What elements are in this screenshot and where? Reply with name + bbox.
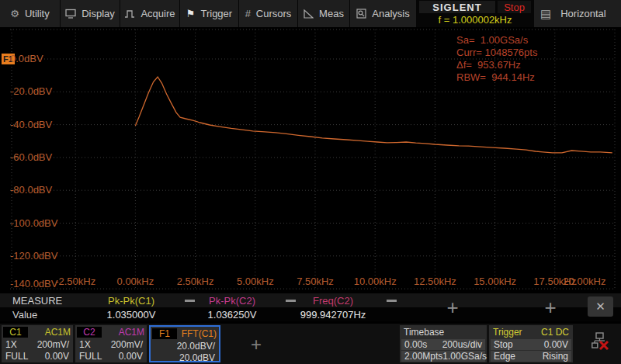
f1-badge: F1 [152, 328, 177, 339]
menu-cursors[interactable]: # Cursors [239, 0, 298, 27]
acquire-icon [124, 9, 135, 19]
menu-meas[interactable]: Meas [298, 0, 350, 27]
c2-atten: 1X [79, 339, 91, 350]
x-axis-label: 10.00kHz [354, 276, 397, 287]
y-axis-label: -80.0dBV [10, 184, 52, 196]
siglent-logo: SIGLENT [419, 1, 495, 13]
c1-badge: C1 [3, 327, 28, 338]
network-error-icon[interactable] [592, 332, 612, 352]
y-axis-label: -60.0dBV [10, 151, 52, 164]
c2-bandwidth: FULL [79, 351, 102, 362]
fft-info-curr: Curr= 1048576pts [456, 47, 537, 59]
y-axis-label: 0.0dBV [10, 53, 43, 65]
menu-horizontal[interactable]: ▤ Horizontal [534, 0, 621, 27]
add-measure-button[interactable]: + [539, 297, 562, 317]
trigger-source: C1 DC [541, 327, 569, 338]
measure-strip: MEASURE Value Pk-Pk(C1) 1.035000V Pk-Pk(… [0, 293, 621, 321]
x-axis-label: 7.50kHz [297, 276, 334, 287]
y-axis-label: -100.0dBV [10, 217, 57, 230]
c2-offset: 0.00V [119, 351, 143, 362]
c1-coupling: AC1M [45, 327, 71, 338]
ruler-icon [304, 9, 314, 19]
acquisition-status: Stop [498, 1, 531, 13]
f1-reflevel: 20.0dBV [179, 352, 215, 363]
y-axis-label: -20.0dBV [10, 85, 52, 98]
trigger-box[interactable]: Trigger C1 DC Stop0.00V EdgeRising [489, 325, 573, 362]
menu-analysis-label: Analysis [372, 8, 409, 19]
menu-trigger[interactable]: ⚑ Trigger [180, 0, 239, 27]
menu-analysis[interactable]: Analysis [350, 0, 417, 27]
menu-utility-label: Utility [25, 8, 50, 19]
x-axis-label: 15.00kHz [474, 276, 516, 287]
f1-mode: FFT(C1) [182, 328, 217, 339]
gear-icon: ⚙ [10, 8, 19, 19]
analysis-icon [356, 9, 366, 19]
fft-trace-canvas [0, 27, 621, 293]
menu-trigger-label: Trigger [200, 8, 232, 19]
close-icon[interactable]: ✕ [588, 296, 613, 317]
measure-value-pkpk-c1: 1.035000V [87, 309, 175, 321]
menu-display[interactable]: Display [61, 0, 120, 27]
trigger-title: Trigger [493, 327, 522, 338]
trigger-status: Stop [494, 339, 513, 350]
channel-box-f1[interactable]: F1 FFT(C1) 20.0dBV/ 20.0dBV [149, 325, 220, 362]
fft-info-rbw: RBW= 944.14Hz [456, 71, 535, 84]
timebase-delay: 0.00s [404, 339, 427, 350]
fft-info-sa: Sa= 1.00GSa/s [456, 34, 528, 47]
x-axis-label: 12.50kHz [414, 276, 456, 287]
c1-scale: 200mV/ [37, 339, 69, 350]
trigger-slope: Rising [543, 351, 568, 362]
measure-value-label: Value [12, 309, 37, 321]
timebase-scale: 200us/div [442, 339, 482, 350]
fft-info-df: Δf= 953.67Hz [456, 59, 521, 71]
c2-scale: 200mV/ [111, 339, 143, 350]
add-measure-button[interactable]: + [441, 297, 464, 317]
fft-graticule: F1 Sa= 1.00GSa/s Curr= 1048576pts Δf= 95… [0, 27, 621, 293]
menu-meas-label: Meas [319, 8, 344, 19]
timebase-samplerate: 1.00GSa/s [442, 351, 487, 362]
c1-atten: 1X [5, 339, 17, 350]
flag-icon: ⚑ [186, 8, 196, 19]
add-channel-button[interactable]: + [242, 333, 270, 356]
c2-coupling: AC1M [119, 327, 144, 338]
menu-horizontal-label: Horizontal [560, 8, 606, 19]
c1-offset: 0.00V [45, 351, 69, 362]
timebase-box[interactable]: Timebase 0.00s200us/div 2.00Mpts1.00GSa/… [400, 325, 487, 362]
trigger-level: 0.00V [544, 339, 568, 350]
measure-item-pkpk-c2[interactable]: Pk-Pk(C2) [188, 295, 276, 307]
timebase-memdepth: 2.00Mpts [404, 351, 442, 362]
x-axis-label: 2.50kHz [177, 276, 214, 287]
channel-box-c1[interactable]: C1 AC1M 1X200mV/ FULL0.00V [2, 325, 73, 362]
menu-display-label: Display [82, 8, 115, 19]
fft-trace [135, 77, 612, 153]
menu-utility[interactable]: ⚙ Utility [0, 0, 61, 27]
trigger-type: Edge [494, 351, 515, 362]
f1-scale: 20.0dBV/ [177, 341, 215, 352]
menu-acquire-label: Acquire [141, 8, 175, 19]
measure-item-pkpk-c1[interactable]: Pk-Pk(C1) [87, 295, 175, 307]
measure-value-freq-c2: 999.942707Hz [289, 309, 377, 321]
oscilloscope-screen: ⚙ Utility Display Acquire ⚑ Trigger # Cu… [0, 0, 621, 364]
frequency-counter: f = 1.000002kHz [417, 13, 533, 26]
remove-measure-icon[interactable] [387, 300, 397, 302]
display-icon [65, 9, 76, 19]
channel-box-c2[interactable]: C2 AC1M 1X200mV/ FULL0.00V [75, 325, 147, 362]
y-axis-label: -120.0dBV [10, 250, 57, 262]
bottom-status-strip: C1 AC1M 1X200mV/ FULL0.00V C2 AC1M 1X200… [0, 324, 621, 364]
brand-status-block: SIGLENT Stop f = 1.000002kHz [417, 0, 534, 27]
x-axis-label: -2.50kHz [55, 276, 95, 287]
timebase-title: Timebase [404, 327, 444, 338]
x-axis-label: 0.00kHz [117, 276, 154, 287]
acquisition-status-text: Stop [504, 2, 525, 13]
menu-acquire[interactable]: Acquire [120, 0, 180, 27]
battery-icon: ▤ [540, 7, 551, 21]
menu-cursors-label: Cursors [256, 8, 292, 19]
c1-bandwidth: FULL [5, 351, 28, 362]
y-axis-label: -40.0dBV [10, 119, 52, 131]
measure-value-pkpk-c2: 1.036250V [188, 309, 276, 321]
measure-item-freq-c2[interactable]: Freq(C2) [289, 295, 377, 307]
measure-title: MEASURE [12, 295, 62, 307]
menu-bar: ⚙ Utility Display Acquire ⚑ Trigger # Cu… [0, 0, 621, 27]
cursors-icon: # [245, 8, 251, 19]
x-axis-label: 5.00kHz [237, 276, 274, 287]
